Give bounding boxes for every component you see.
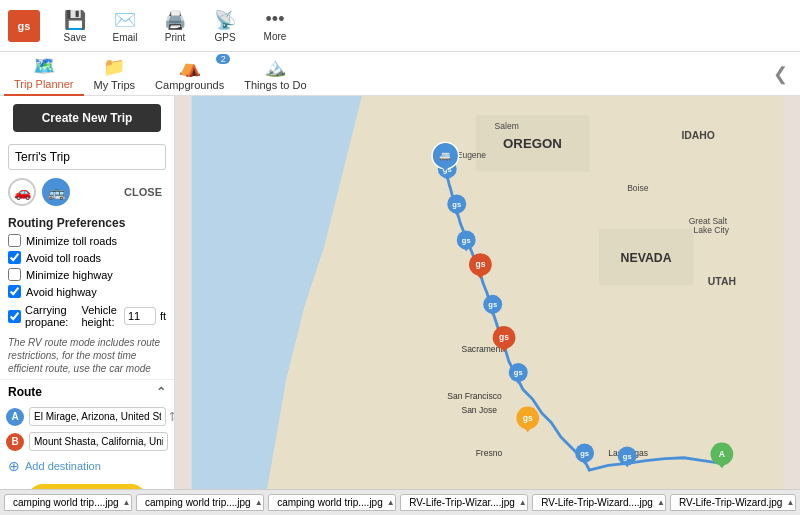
svg-text:🚐: 🚐 — [439, 150, 451, 162]
svg-text:OREGON: OREGON — [503, 136, 562, 151]
bottom-file-3[interactable]: camping world trip....jpg ▲ — [268, 494, 396, 511]
more-icon: ••• — [266, 9, 285, 30]
svg-text:UTAH: UTAH — [708, 276, 736, 287]
trip-planner-icon: 🗺️ — [33, 55, 55, 77]
my-trips-tab[interactable]: 📁 My Trips — [84, 52, 146, 95]
email-button[interactable]: ✉️ Email — [106, 9, 144, 43]
svg-text:gs: gs — [475, 259, 485, 269]
file-arrow-icon-5: ▲ — [657, 498, 665, 507]
bottom-file-5[interactable]: RV-Life-Trip-Wizard....jpg ▲ — [532, 494, 666, 511]
more-button[interactable]: ••• More — [256, 9, 294, 42]
car-mode-button[interactable]: 🚗 — [8, 178, 36, 206]
rv-notice: The RV route mode includes route restric… — [0, 332, 174, 379]
waypoint-a-marker: A — [6, 408, 24, 426]
bottom-file-1[interactable]: camping world trip....jpg ▲ — [4, 494, 132, 511]
email-icon: ✉️ — [114, 9, 136, 31]
nav-tabs: 🗺️ Trip Planner 📁 My Trips ⛺ Campgrounds… — [0, 52, 800, 96]
pref-minimize-highway: Minimize highway — [0, 266, 174, 283]
svg-text:gs: gs — [580, 449, 589, 458]
svg-text:gs: gs — [452, 200, 461, 209]
svg-text:Great Salt: Great Salt — [689, 216, 728, 226]
left-panel: Create New Trip 🚗 🚌 CLOSE Routing Prefer… — [0, 96, 175, 489]
save-icon: 💾 — [64, 9, 86, 31]
waypoint-b-row: B — [0, 429, 174, 454]
file-arrow-icon-1: ▲ — [123, 498, 131, 507]
svg-text:gs: gs — [523, 413, 533, 423]
gps-button[interactable]: 📡 GPS — [206, 9, 244, 43]
print-icon: 🖨️ — [164, 9, 186, 31]
things-to-do-icon: 🏔️ — [264, 56, 286, 78]
bottom-file-6[interactable]: RV-Life-Trip-Wizard.jpg ▲ — [670, 494, 796, 511]
svg-text:San Jose: San Jose — [461, 405, 497, 415]
svg-text:Boise: Boise — [627, 183, 649, 193]
print-button[interactable]: 🖨️ Print — [156, 9, 194, 43]
svg-text:Eugene: Eugene — [457, 150, 487, 160]
svg-text:A: A — [719, 449, 725, 459]
vehicle-height-input[interactable] — [124, 307, 156, 325]
my-trips-icon: 📁 — [103, 56, 125, 78]
bottom-file-4[interactable]: RV-Life-Trip-Wizar....jpg ▲ — [400, 494, 528, 511]
svg-text:Lake City: Lake City — [693, 225, 729, 235]
map-area[interactable]: OREGON NEVADA IDAHO UTAH Sacramento San … — [175, 96, 800, 489]
close-button[interactable]: CLOSE — [120, 184, 166, 200]
waypoint-b-marker: B — [6, 433, 24, 451]
plus-icon: ⊕ — [8, 458, 20, 474]
route-header: Route ⌃ — [0, 379, 174, 404]
avoid-toll-checkbox[interactable] — [8, 251, 21, 264]
minimize-highway-checkbox[interactable] — [8, 268, 21, 281]
file-arrow-icon-6: ▲ — [786, 498, 794, 507]
file-arrow-icon-4: ▲ — [519, 498, 527, 507]
svg-text:gs: gs — [488, 300, 497, 309]
svg-text:San Francisco: San Francisco — [447, 391, 502, 401]
svg-text:gs: gs — [499, 332, 509, 342]
route-chevron-icon[interactable]: ⌃ — [156, 385, 166, 399]
bottom-bar: camping world trip....jpg ▲ camping worl… — [0, 489, 800, 515]
vehicle-row: Carrying propane: Vehicle height: ft — [0, 300, 174, 332]
svg-text:IDAHO: IDAHO — [681, 130, 715, 141]
transport-row: 🚗 🚌 CLOSE — [0, 174, 174, 210]
file-arrow-icon-2: ▲ — [255, 498, 263, 507]
svg-text:gs: gs — [462, 236, 471, 245]
car-icon: 🚗 — [14, 184, 31, 200]
gps-icon: 📡 — [214, 9, 236, 31]
toolbar: gs 💾 Save ✉️ Email 🖨️ Print 📡 GPS ••• Mo… — [0, 0, 800, 52]
pref-minimize-toll: Minimize toll roads — [0, 232, 174, 249]
svg-text:gs: gs — [514, 368, 523, 377]
trip-planner-tab[interactable]: 🗺️ Trip Planner — [4, 51, 84, 96]
waypoint-b-input[interactable] — [29, 432, 168, 451]
svg-text:gs: gs — [623, 452, 632, 461]
save-button[interactable]: 💾 Save — [56, 9, 94, 43]
things-to-do-tab[interactable]: 🏔️ Things to Do — [234, 52, 316, 95]
carrying-propane-checkbox[interactable] — [8, 310, 21, 323]
svg-text:NEVADA: NEVADA — [621, 251, 672, 265]
svg-text:Salem: Salem — [495, 121, 519, 131]
avoid-highway-checkbox[interactable] — [8, 285, 21, 298]
campgrounds-tab[interactable]: ⛺ Campgrounds 2 — [145, 52, 234, 95]
waypoint-a-row: A ⇅ — [0, 404, 174, 429]
good-sam-logo: gs — [8, 10, 40, 42]
campgrounds-badge: 2 — [216, 54, 230, 64]
routing-prefs-title: Routing Preferences — [0, 210, 174, 232]
svg-text:Fresno: Fresno — [476, 448, 503, 458]
bottom-file-2[interactable]: camping world trip....jpg ▲ — [136, 494, 264, 511]
minimize-toll-checkbox[interactable] — [8, 234, 21, 247]
map-svg: OREGON NEVADA IDAHO UTAH Sacramento San … — [175, 96, 800, 489]
waypoint-a-input[interactable] — [29, 407, 166, 426]
file-arrow-icon-3: ▲ — [387, 498, 395, 507]
pref-avoid-toll: Avoid toll roads — [0, 249, 174, 266]
add-destination-button[interactable]: ⊕ Add destination — [0, 454, 174, 478]
rv-icon: 🚌 — [48, 184, 65, 200]
rv-mode-button[interactable]: 🚌 — [42, 178, 70, 206]
campgrounds-icon: ⛺ — [179, 56, 201, 78]
main-content: Create New Trip 🚗 🚌 CLOSE Routing Prefer… — [0, 96, 800, 489]
trip-name-input[interactable] — [8, 144, 166, 170]
collapse-panel-button[interactable]: ❮ — [765, 63, 796, 85]
pref-avoid-highway: Avoid highway — [0, 283, 174, 300]
create-trip-button[interactable]: Create New Trip — [13, 104, 161, 132]
